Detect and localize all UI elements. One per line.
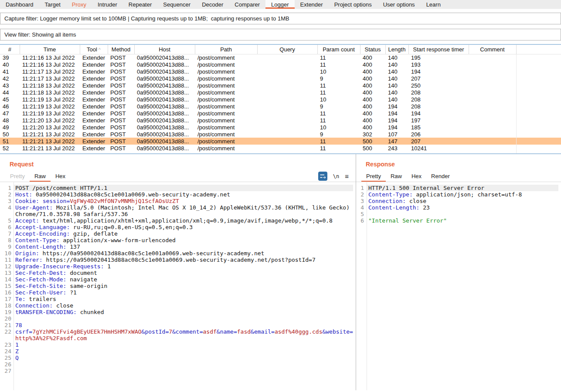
column-header-time[interactable]: Time — [20, 45, 80, 54]
newline-icon[interactable]: \n — [333, 173, 339, 179]
main-tab-decoder[interactable]: Decoder — [196, 0, 229, 9]
main-tab-target[interactable]: Target — [39, 0, 66, 9]
log-cell: 400 — [360, 117, 385, 124]
line-content: Te: trailers — [14, 296, 353, 302]
log-cell — [257, 96, 317, 103]
log-row-48[interactable]: 4811:21:20 13 Jul 2022ExtenderPOST0a9500… — [0, 117, 561, 124]
log-cell: 11:21:16 13 Jul 2022 — [20, 61, 80, 68]
line-number: 5 — [356, 211, 367, 217]
capture-filter-bar[interactable]: Capture filter: Logger memory limit set … — [0, 13, 561, 24]
line-content: csrf=7gYzhMCiFvi4gBEyUEEk7HmHSHM7xWAO&po… — [14, 328, 353, 341]
log-cell: 195 — [408, 54, 469, 61]
request-editor[interactable]: 1POST /post/comment HTTP/1.12Host: 0a950… — [0, 182, 356, 390]
log-cell: /post/comment — [195, 75, 257, 82]
response-tab-hex[interactable]: Hex — [407, 171, 426, 182]
response-tab-render[interactable]: Render — [426, 171, 455, 182]
column-header-num[interactable]: # — [0, 45, 20, 54]
request-panel-title: Request — [0, 154, 356, 171]
main-tab-repeater[interactable]: Repeater — [123, 0, 157, 9]
line-content: Sec-Fetch-Dest: document — [14, 270, 353, 276]
log-row-41[interactable]: 4111:21:17 13 Jul 2022ExtenderPOST0a9500… — [0, 68, 561, 75]
main-tab-proxy[interactable]: Proxy — [66, 0, 92, 9]
log-row-39[interactable]: 3911:21:16 13 Jul 2022ExtenderPOST0a9500… — [0, 54, 561, 61]
log-cell-filler — [516, 61, 561, 68]
code-line: 27 — [0, 368, 353, 374]
main-tab-learn[interactable]: Learn — [421, 0, 446, 9]
column-header-comment[interactable]: Comment — [469, 45, 516, 54]
column-header-method[interactable]: Method — [108, 45, 134, 54]
column-header-query[interactable]: Query — [257, 45, 317, 54]
log-row-42[interactable]: 4211:21:17 13 Jul 2022ExtenderPOST0a9500… — [0, 75, 561, 82]
log-cell-filler — [516, 138, 561, 145]
code-line: 4User-Agent: Mozilla/5.0 (Macintosh; Int… — [0, 204, 353, 217]
log-cell: 243 — [385, 145, 408, 152]
request-editor-toolbar: \n≡ — [318, 171, 349, 182]
log-row-45[interactable]: 4511:21:19 13 Jul 2022ExtenderPOST0a9500… — [0, 96, 561, 103]
log-cell — [469, 145, 516, 152]
request-tab-raw[interactable]: Raw — [30, 171, 51, 182]
log-cell — [257, 131, 317, 138]
log-cell: /post/comment — [195, 110, 257, 117]
response-tab-raw[interactable]: Raw — [386, 171, 407, 182]
main-tab-extender[interactable]: Extender — [295, 0, 329, 9]
column-header-label: # — [8, 46, 11, 53]
log-cell: 140 — [385, 61, 408, 68]
view-filter-bar[interactable]: View filter: Showing all items — [0, 29, 561, 41]
table-body: 3911:21:16 13 Jul 2022ExtenderPOST0a9500… — [0, 54, 561, 154]
log-row-44[interactable]: 4411:21:18 13 Jul 2022ExtenderPOST0a9500… — [0, 89, 561, 96]
response-editor[interactable]: 1HTTP/1.1 500 Internal Server Error2Cont… — [356, 182, 561, 390]
log-cell — [257, 54, 317, 61]
log-cell: Extender — [80, 138, 108, 145]
log-cell: 400 — [360, 124, 385, 131]
line-number: 5 — [0, 217, 14, 224]
capture-filter-text: Capture filter: Logger memory limit set … — [4, 15, 289, 22]
column-header-tool[interactable]: Tool^ — [80, 45, 108, 54]
log-cell: 0a9500020413d88... — [134, 145, 195, 152]
log-cell: Extender — [80, 82, 108, 89]
log-row-52[interactable]: 5211:21:21 13 Jul 2022ExtenderPOST0a9500… — [0, 145, 561, 152]
response-tab-pretty[interactable]: Pretty — [361, 171, 386, 182]
log-cell: Extender — [80, 124, 108, 131]
request-tab-hex[interactable]: Hex — [51, 171, 70, 182]
column-header-length[interactable]: Length — [385, 45, 408, 54]
log-cell-filler — [516, 89, 561, 96]
main-tab-comparer[interactable]: Comparer — [229, 0, 265, 9]
main-tab-intruder[interactable]: Intruder — [92, 0, 123, 9]
log-cell: /post/comment — [195, 96, 257, 103]
log-row-47[interactable]: 4711:21:19 13 Jul 2022ExtenderPOST0a9500… — [0, 110, 561, 117]
wrap-toggle-icon[interactable] — [318, 172, 327, 181]
column-header-path[interactable]: Path — [195, 45, 257, 54]
column-header-status[interactable]: Status — [360, 45, 385, 54]
log-cell: 40 — [0, 61, 20, 68]
log-cell: 11 — [317, 89, 360, 96]
log-row-40[interactable]: 4011:21:16 13 Jul 2022ExtenderPOST0a9500… — [0, 61, 561, 68]
log-row-43[interactable]: 4311:21:18 13 Jul 2022ExtenderPOST0a9500… — [0, 82, 561, 89]
line-content: Connection: close — [14, 302, 353, 309]
code-line: 14Sec-Fetch-Mode: navigate — [0, 276, 353, 283]
log-cell: 52 — [0, 145, 20, 152]
log-cell: 400 — [360, 75, 385, 82]
log-row-51[interactable]: 5111:21:21 13 Jul 2022ExtenderPOST0a9500… — [0, 138, 561, 145]
main-tab-project-options[interactable]: Project options — [329, 0, 377, 9]
log-cell: 11:21:21 13 Jul 2022 — [20, 138, 80, 145]
code-line: 19tRANSFER-ENCODING: chunked — [0, 309, 353, 315]
log-cell — [257, 110, 317, 117]
line-number: 12 — [0, 263, 14, 270]
log-row-50[interactable]: 5011:21:21 13 Jul 2022ExtenderPOST0a9500… — [0, 131, 561, 138]
log-row-46[interactable]: 4611:21:19 13 Jul 2022ExtenderPOST0a9500… — [0, 103, 561, 110]
column-header-param-count[interactable]: Param count — [317, 45, 360, 54]
log-cell: POST — [108, 96, 134, 103]
main-tab-dashboard[interactable]: Dashboard — [0, 0, 39, 9]
column-header-host[interactable]: Host — [134, 45, 195, 54]
main-tab-sequencer[interactable]: Sequencer — [157, 0, 196, 9]
log-cell: 0a9500020413d88... — [134, 89, 195, 96]
log-cell: 10241 — [408, 145, 469, 152]
menu-icon[interactable]: ≡ — [345, 173, 349, 179]
log-cell: 400 — [360, 68, 385, 75]
column-header-start-response-timer[interactable]: Start response timer — [408, 45, 469, 54]
code-line: 2178 — [0, 322, 353, 328]
log-cell: /post/comment — [195, 103, 257, 110]
main-tab-logger[interactable]: Logger — [265, 0, 294, 9]
main-tab-user-options[interactable]: User options — [377, 0, 421, 9]
log-row-49[interactable]: 4911:21:20 13 Jul 2022ExtenderPOST0a9500… — [0, 124, 561, 131]
